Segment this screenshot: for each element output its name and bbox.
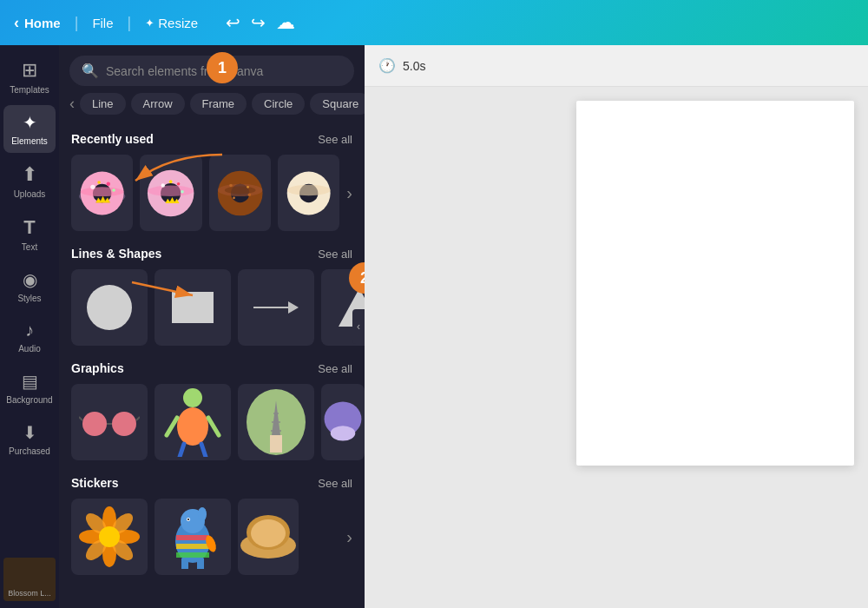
elements-icon: ✦ (23, 112, 37, 133)
panel-collapse-handle[interactable]: ‹ (352, 309, 365, 344)
sidebar-item-elements[interactable]: ✦ Elements (3, 105, 56, 153)
duration-label: 5.0s (403, 59, 425, 73)
callout-1-badge: 1 (207, 52, 238, 83)
canvas-body (365, 87, 868, 608)
filter-chips: ‹ Line Arrow Frame Circle Square › (59, 93, 365, 122)
donut-item-2[interactable] (140, 155, 201, 231)
graphic-person[interactable] (155, 384, 231, 460)
stickers-scroll-right[interactable]: › (346, 527, 352, 547)
recently-used-header: Recently used See all (71, 132, 352, 146)
chips-scroll-left[interactable]: ‹ (69, 95, 75, 113)
blossom-thumbnail[interactable]: Blossom L... (3, 558, 56, 601)
svg-point-35 (82, 412, 107, 436)
sticker-flower[interactable] (71, 499, 148, 575)
arrow-shape-item[interactable] (238, 269, 314, 346)
redo-button[interactable]: ↪ (251, 12, 266, 33)
lines-shapes-section: Lines & Shapes See all (59, 236, 365, 351)
lines-shapes-title: Lines & Shapes (71, 247, 161, 261)
sidebar-item-text[interactable]: T Text (3, 209, 56, 259)
elements-panel: 1 🔍 ‹ Line Arrow Frame Circle (59, 45, 365, 608)
svg-rect-47 (270, 435, 282, 453)
chip-arrow[interactable]: Arrow (131, 93, 185, 115)
sidebar-item-label: Uploads (14, 189, 46, 199)
recently-used-scroll-right[interactable]: › (346, 183, 352, 203)
stickers-items: › (71, 499, 352, 575)
chip-line[interactable]: Line (80, 93, 126, 115)
file-menu[interactable]: File (92, 16, 113, 30)
circle-shape-item[interactable] (71, 269, 148, 346)
clock-icon: 🕐 (378, 57, 396, 74)
svg-point-28 (287, 184, 331, 195)
recently-used-items: › (71, 155, 352, 231)
svg-marker-32 (288, 301, 299, 314)
svg-rect-65 (176, 544, 209, 549)
purchased-icon: ⬇ (23, 422, 37, 443)
chip-frame[interactable]: Frame (190, 93, 247, 115)
canvas-topbar: 🕐 5.0s (365, 45, 868, 87)
sidebar-item-audio[interactable]: ♪ Audio (3, 314, 56, 360)
recently-used-see-all[interactable]: See all (318, 133, 352, 146)
stickers-header: Stickers See all (71, 476, 352, 490)
svg-line-42 (167, 418, 177, 435)
svg-line-45 (201, 444, 206, 457)
sidebar-item-purchased[interactable]: ⬇ Purchased (3, 415, 56, 463)
home-label: Home (24, 16, 61, 30)
svg-line-38 (79, 417, 82, 420)
background-icon: ▤ (22, 371, 38, 392)
svg-point-36 (112, 412, 136, 436)
svg-point-5 (90, 184, 95, 188)
svg-point-25 (233, 196, 235, 199)
sidebar-item-label: Purchased (9, 446, 50, 456)
sidebar-item-uploads[interactable]: ⬆ Uploads (3, 156, 56, 206)
chip-square[interactable]: Square (310, 93, 365, 115)
sidebar-item-styles[interactable]: ◉ Styles (3, 262, 56, 310)
main-content: ⊞ Templates ✦ Elements ⬆ Uploads T Text … (0, 45, 868, 608)
resize-button[interactable]: ✦ Resize (145, 16, 198, 30)
svg-point-41 (177, 407, 208, 446)
separator2: | (128, 14, 132, 32)
graphic-mushroom[interactable] (321, 384, 365, 460)
sticker-taco[interactable] (238, 499, 299, 575)
text-icon: T (23, 216, 35, 239)
graphic-paris[interactable] (238, 384, 314, 460)
svg-point-15 (181, 189, 185, 193)
templates-icon: ⊞ (22, 59, 37, 82)
separator: | (75, 14, 79, 32)
sidebar-item-templates[interactable]: ⊞ Templates (3, 52, 56, 102)
uploads-icon: ⬆ (22, 163, 37, 186)
donut-item-4[interactable] (278, 155, 339, 231)
stickers-see-all[interactable]: See all (318, 477, 352, 490)
svg-point-69 (187, 519, 189, 520)
canvas-area: 🕐 5.0s (365, 45, 868, 608)
recently-used-title: Recently used (71, 132, 154, 146)
lines-shapes-see-all[interactable]: See all (318, 248, 352, 261)
sidebar-item-label: Background (6, 395, 52, 405)
sidebar-item-label: Text (22, 242, 37, 252)
svg-point-16 (169, 180, 173, 183)
icon-sidebar: ⊞ Templates ✦ Elements ⬆ Uploads T Text … (0, 45, 59, 608)
sidebar-item-background[interactable]: ▤ Background (3, 364, 56, 412)
chip-circle[interactable]: Circle (252, 93, 305, 115)
home-button[interactable]: ‹ Home (14, 14, 61, 32)
undo-redo-actions: ↩ ↪ ☁ (226, 11, 295, 34)
svg-point-21 (224, 186, 255, 194)
resize-icon: ✦ (145, 17, 155, 30)
cloud-save-button[interactable]: ☁ (276, 11, 295, 34)
graphic-sunglasses[interactable] (71, 384, 148, 460)
styles-icon: ◉ (23, 269, 37, 290)
svg-rect-71 (181, 558, 188, 569)
rectangle-shape-item[interactable] (155, 269, 231, 346)
svg-line-39 (136, 417, 140, 420)
donut-item-1[interactable] (71, 155, 133, 231)
sticker-pinata[interactable] (155, 499, 231, 575)
undo-button[interactable]: ↩ (226, 12, 240, 33)
svg-rect-30 (172, 292, 214, 323)
svg-point-22 (229, 183, 233, 187)
svg-point-14 (177, 182, 181, 186)
svg-point-29 (87, 285, 132, 330)
graphics-see-all[interactable]: See all (318, 362, 352, 375)
svg-point-7 (107, 182, 110, 185)
donut-item-3[interactable] (209, 155, 271, 231)
panel-scroll[interactable]: Recently used See all (59, 122, 365, 608)
search-icon: 🔍 (82, 63, 99, 79)
